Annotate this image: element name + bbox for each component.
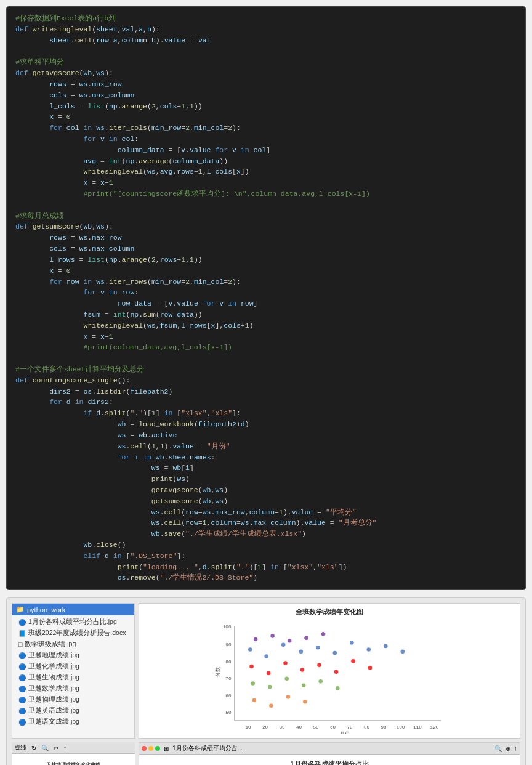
svg-text:70: 70 [225,676,232,681]
file-name: 班级2022年度成绩分析报告.docx [28,629,126,638]
svg-point-47 [269,704,273,708]
svg-point-41 [268,685,272,689]
file-item[interactable]: 🔵卫越物理成绩.jpg [12,694,134,705]
svg-point-23 [264,654,268,658]
toolbar-share-icon[interactable]: ↑ [63,745,66,751]
toolbar-zoom-icon[interactable]: 🔍 [41,745,49,751]
svg-point-37 [334,670,339,674]
svg-point-31 [401,650,405,654]
svg-point-52 [288,639,292,643]
svg-point-28 [350,641,354,645]
svg-point-48 [286,695,291,699]
jpg-icon: 🔵 [18,619,26,626]
svg-point-33 [267,671,271,676]
svg-text:50: 50 [313,725,319,730]
svg-point-22 [248,647,252,652]
svg-point-39 [368,666,373,670]
bar-chart-toolbar: 成绩 ↻ 🔍 ✂ ↑ [12,742,135,754]
svg-point-46 [252,698,257,703]
bar-chart-svg: 卫越地理成绩年变化曲线 0 20 40 60 80 100 [15,758,132,765]
pie-chart-toolbar-title: 1月份各科成绩平均分占... [172,744,243,753]
jpg-icon: 🔵 [18,663,26,670]
pie-chart-area: 1月份各科成绩平均分占比 [139,755,520,765]
svg-point-49 [303,700,307,704]
svg-text:70: 70 [347,725,353,730]
file-item[interactable]: 🔵卫越数学成绩.jpg [12,683,134,694]
svg-text:50: 50 [225,710,232,715]
jpg-icon: 🔵 [18,674,26,681]
svg-text:110: 110 [413,725,422,730]
traffic-lights [142,746,160,751]
bar-chart-viewer: 成绩 ↻ 🔍 ✂ ↑ 卫越地理成绩年变化曲线 0 20 40 [12,742,135,765]
file-item[interactable]: 🔵卫越化学成绩.jpg [12,661,134,672]
file-item[interactable]: □数学班级成绩.jpg [12,639,134,650]
svg-point-53 [304,636,308,641]
svg-text:90: 90 [225,642,232,647]
svg-point-54 [321,632,326,636]
pie-chart-toolbar: ⊞ 1月份各科成绩平均分占... 🔍 ⊕ ↑ [139,743,520,755]
screenshot-top: 📁 python_work 🔵1月份各科成绩平均分占比.jpg 📘班级2022年… [12,603,520,739]
screenshot-bottom: 成绩 ↻ 🔍 ✂ ↑ 卫越地理成绩年变化曲线 0 20 40 [12,742,520,765]
word-icon: 📘 [18,630,26,637]
pie-chart-title: 1月份各科成绩平均分占比 [290,759,368,765]
jpg-icon: 🔵 [18,686,26,692]
svg-point-44 [318,679,323,684]
file-item[interactable]: 🔵卫越语文成绩.jpg [12,716,134,727]
svg-text:40: 40 [296,725,302,730]
file-name: 卫越化学成绩.jpg [28,662,79,671]
tl-yellow[interactable] [148,746,153,751]
file-list: 🔵1月份各科成绩平均分占比.jpg 📘班级2022年度成绩分析报告.docx □… [12,615,134,729]
file-item[interactable]: 🔵卫越英语成绩.jpg [12,705,134,716]
pie-chart-panel: ⊞ 1月份各科成绩平均分占... 🔍 ⊕ ↑ 1月份各科成绩平均分占比 [139,742,520,765]
svg-point-29 [367,647,371,652]
svg-text:分数: 分数 [215,667,220,677]
scatter-chart-svg: 100 90 80 70 60 50 10 20 30 40 50 60 70 … [143,619,516,734]
file-item[interactable]: 🔵1月份各科成绩平均分占比.jpg [12,617,134,628]
svg-point-24 [281,643,286,647]
file-item[interactable]: 📘班级2022年度成绩分析报告.docx [12,628,134,639]
jpg-icon: 🔵 [18,708,26,714]
svg-text:10: 10 [245,725,251,730]
svg-text:60: 60 [225,694,232,698]
view-toggle-icon[interactable]: ⊞ [164,745,169,752]
svg-text:120: 120 [430,725,439,730]
file-name: 卫越地理成绩.jpg [28,651,79,660]
folder-icon: 📁 [16,605,25,613]
svg-point-34 [283,661,288,665]
file-name: 卫越语文成绩.jpg [28,718,79,726]
share-icon[interactable]: ↑ [514,745,517,752]
toolbar-label-chengji: 成绩 [14,743,26,752]
zoom-icon[interactable]: ⊕ [506,745,510,752]
inspect-icon[interactable]: 🔍 [494,745,502,752]
svg-text:90: 90 [381,725,387,730]
jpg-icon: 🔵 [18,697,26,703]
svg-point-27 [333,651,337,655]
svg-point-35 [300,668,305,672]
scatter-chart-title: 全班数学成绩年变化图 [296,607,363,617]
tl-green[interactable] [155,746,160,751]
svg-point-51 [270,634,275,638]
svg-point-36 [317,663,321,668]
bar-chart-content: 卫越地理成绩年变化曲线 0 20 40 60 80 100 [12,754,135,765]
file-item[interactable]: 🔵卫越地理成绩.jpg [12,650,134,661]
file-panel-header: 📁 python_work [12,604,134,615]
svg-point-25 [299,650,304,654]
svg-point-40 [251,681,255,686]
code-block-1: #保存数据到Excel表的a行b列 def writesingleval(she… [6,6,526,590]
svg-text:60: 60 [330,725,336,730]
svg-text:80: 80 [364,725,370,730]
svg-point-38 [351,659,355,663]
toolbar-rotate-icon[interactable]: ↻ [31,745,36,751]
page-wrapper: #保存数据到Excel表的a行b列 def writesingleval(she… [0,0,532,765]
tl-red[interactable] [142,746,147,751]
svg-point-43 [302,684,306,688]
jpg-icon: 🔵 [18,719,26,726]
file-item[interactable]: 🔵卫越生物成绩.jpg [12,672,134,683]
svg-point-45 [336,686,340,690]
file-name: 数学班级成绩.jpg [25,640,76,649]
file-name: 1月份各科成绩平均分占比.jpg [28,618,117,626]
toolbar-crop-icon[interactable]: ✂ [54,745,58,751]
svg-text:卫越地理成绩年变化曲线: 卫越地理成绩年变化曲线 [46,761,100,765]
svg-point-42 [284,677,289,681]
svg-text:100: 100 [223,625,232,630]
